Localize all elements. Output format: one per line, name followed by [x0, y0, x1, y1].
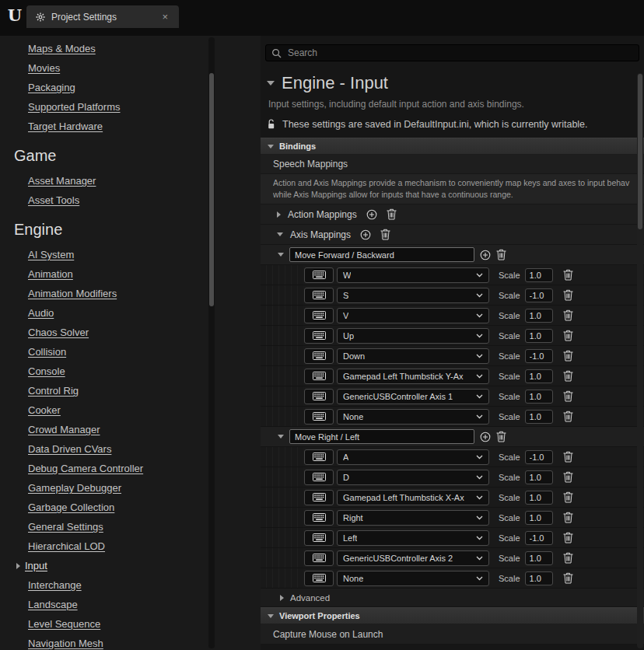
key-select-dropdown[interactable]: W [337, 267, 489, 283]
delete-key-button[interactable] [563, 471, 573, 483]
key-select-dropdown[interactable]: A [337, 449, 489, 465]
scale-input[interactable] [525, 329, 553, 343]
sidebar-item-animation-modifiers[interactable]: Animation Modifiers [0, 284, 261, 303]
delete-key-button[interactable] [563, 309, 573, 321]
collapse-arrow-icon[interactable] [278, 253, 284, 257]
device-key-button[interactable] [304, 267, 334, 283]
scale-input[interactable] [525, 450, 553, 464]
key-select-dropdown[interactable]: S [337, 288, 489, 303]
scale-input[interactable] [525, 349, 553, 363]
delete-axis-mappings-button[interactable] [380, 229, 390, 240]
scale-input[interactable] [525, 511, 553, 525]
sidebar-item-animation[interactable]: Animation [0, 264, 261, 284]
scale-input[interactable] [525, 369, 553, 383]
key-select-dropdown[interactable]: Right [337, 510, 489, 526]
sidebar-item-chaos-solver[interactable]: Chaos Solver [0, 323, 261, 342]
delete-key-button[interactable] [563, 572, 573, 584]
delete-key-button[interactable] [563, 269, 573, 281]
search-bar[interactable] [265, 44, 639, 61]
sidebar-item-audio[interactable]: Audio [0, 303, 261, 323]
scale-input[interactable] [525, 309, 553, 323]
delete-key-button[interactable] [563, 370, 573, 382]
tab-project-settings[interactable]: Project Settings × [26, 5, 179, 28]
collapse-arrow-icon[interactable] [277, 232, 283, 236]
key-select-dropdown[interactable]: None [337, 409, 489, 425]
sidebar-item-asset-manager[interactable]: Asset Manager [0, 171, 261, 190]
key-select-dropdown[interactable]: Gamepad Left Thumbstick X-Ax [337, 490, 489, 505]
delete-axis-group-button[interactable] [496, 249, 506, 260]
key-select-dropdown[interactable]: D [337, 470, 489, 485]
key-select-dropdown[interactable]: GenericUSBController Axis 1 [337, 389, 489, 404]
main-scrollbar-thumb[interactable] [638, 74, 642, 229]
device-key-button[interactable] [304, 449, 334, 465]
collapse-arrow-icon[interactable] [278, 435, 284, 439]
scale-input[interactable] [525, 491, 553, 505]
sidebar-item-navigation-mesh[interactable]: Navigation Mesh [0, 634, 261, 650]
device-key-button[interactable] [304, 550, 334, 566]
sidebar-item-landscape[interactable]: Landscape [0, 595, 261, 614]
device-key-button[interactable] [304, 490, 334, 505]
sidebar-item-data-driven-cvars[interactable]: Data Driven CVars [0, 439, 261, 459]
delete-axis-group-button[interactable] [496, 431, 506, 442]
axis-mappings-row[interactable]: Axis Mappings [261, 225, 644, 245]
axis-group-name-input[interactable] [289, 247, 474, 262]
device-key-button[interactable] [304, 308, 334, 323]
delete-key-button[interactable] [563, 289, 573, 301]
delete-key-button[interactable] [563, 451, 573, 463]
key-select-dropdown[interactable]: None [337, 571, 489, 586]
scale-input[interactable] [525, 390, 553, 404]
sidebar-item-input[interactable]: Input [0, 556, 261, 575]
device-key-button[interactable] [304, 348, 334, 364]
device-key-button[interactable] [304, 510, 334, 526]
scale-input[interactable] [525, 470, 553, 484]
device-key-button[interactable] [304, 389, 334, 404]
expand-arrow-icon[interactable] [280, 595, 284, 601]
key-select-dropdown[interactable]: Left [337, 530, 489, 546]
scale-input[interactable] [525, 268, 553, 282]
key-select-dropdown[interactable]: V [337, 308, 489, 323]
sidebar-item-garbage-collection[interactable]: Garbage Collection [0, 498, 261, 517]
key-select-dropdown[interactable]: Down [337, 348, 489, 364]
delete-key-button[interactable] [563, 532, 573, 543]
viewport-properties-section-header[interactable]: Viewport Properties [261, 607, 644, 624]
sidebar-item-level-sequence[interactable]: Level Sequence [0, 614, 261, 634]
delete-key-button[interactable] [563, 512, 573, 523]
main-scrollbar[interactable] [637, 73, 643, 648]
key-select-dropdown[interactable]: Gamepad Left Thumbstick Y-Ax [337, 369, 489, 384]
sidebar-item-debug-camera-controller[interactable]: Debug Camera Controller [0, 459, 261, 478]
sidebar-item-cooker[interactable]: Cooker [0, 400, 261, 420]
key-select-dropdown[interactable]: GenericUSBController Axis 2 [337, 550, 489, 566]
sidebar-item-movies[interactable]: Movies [0, 58, 261, 78]
delete-key-button[interactable] [563, 491, 573, 503]
sidebar-item-general-settings[interactable]: General Settings [0, 517, 261, 536]
axis-group-name-input[interactable] [289, 429, 474, 444]
scale-input[interactable] [525, 531, 553, 545]
sidebar-item-console[interactable]: Console [0, 362, 261, 381]
scale-input[interactable] [525, 410, 553, 424]
device-key-button[interactable] [304, 409, 334, 425]
scale-input[interactable] [525, 288, 553, 302]
device-key-button[interactable] [304, 530, 334, 546]
delete-key-button[interactable] [563, 350, 573, 362]
action-mappings-row[interactable]: Action Mappings [261, 204, 644, 225]
device-key-button[interactable] [304, 571, 334, 586]
search-input[interactable] [286, 47, 633, 59]
sidebar-scrollbar-thumb[interactable] [209, 73, 214, 306]
device-key-button[interactable] [304, 328, 334, 344]
sidebar-item-collision[interactable]: Collision [0, 342, 261, 362]
delete-key-button[interactable] [563, 552, 573, 564]
sidebar-item-ai-system[interactable]: AI System [0, 245, 261, 264]
advanced-row[interactable]: Advanced [261, 589, 644, 607]
sidebar-item-control-rig[interactable]: Control Rig [0, 381, 261, 400]
sidebar-item-interchange[interactable]: Interchange [0, 575, 261, 595]
scale-input[interactable] [525, 551, 553, 565]
delete-key-button[interactable] [563, 390, 573, 402]
add-key-binding-button[interactable] [480, 250, 491, 260]
expand-arrow-icon[interactable] [16, 563, 20, 569]
sidebar-item-maps-modes[interactable]: Maps & Modes [0, 39, 261, 58]
sidebar-scrollbar[interactable] [208, 37, 215, 648]
collapse-page-icon[interactable] [267, 81, 275, 86]
device-key-button[interactable] [304, 470, 334, 485]
add-axis-mapping-button[interactable] [360, 229, 371, 240]
sidebar-item-asset-tools[interactable]: Asset Tools [0, 190, 261, 210]
